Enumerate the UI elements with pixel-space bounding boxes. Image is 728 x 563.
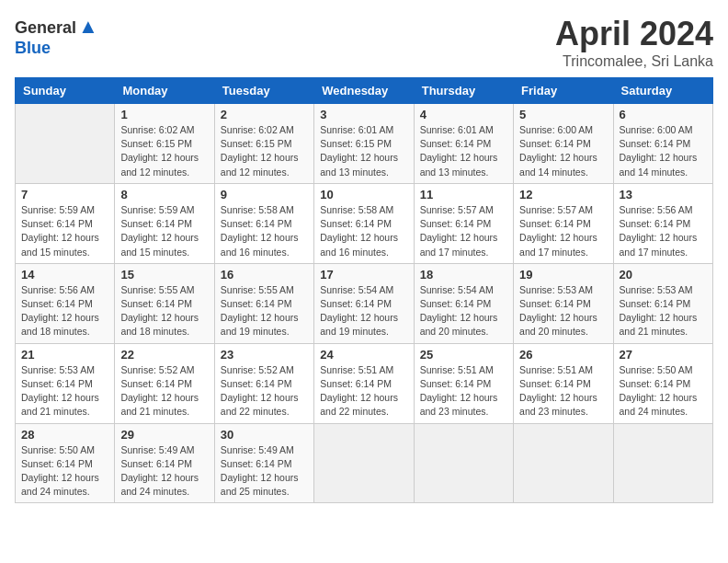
day-info: Sunrise: 5:56 AM Sunset: 6:14 PM Dayligh…: [620, 203, 707, 259]
day-number: 28: [21, 428, 108, 442]
calendar-table: SundayMondayTuesdayWednesdayThursdayFrid…: [15, 77, 713, 503]
day-info: Sunrise: 6:02 AM Sunset: 6:15 PM Dayligh…: [221, 123, 308, 179]
calendar-day-cell: 5Sunrise: 6:00 AM Sunset: 6:14 PM Daylig…: [514, 104, 613, 184]
day-number: 11: [420, 188, 507, 201]
day-info: Sunrise: 5:54 AM Sunset: 6:14 PM Dayligh…: [320, 283, 407, 339]
day-number: 25: [420, 348, 507, 362]
calendar-day-cell: 27Sunrise: 5:50 AM Sunset: 6:14 PM Dayli…: [613, 343, 712, 423]
location-subtitle: Trincomalee, Sri Lanka: [555, 53, 713, 70]
day-info: Sunrise: 5:51 AM Sunset: 6:14 PM Dayligh…: [519, 363, 607, 419]
day-number: 4: [420, 108, 507, 121]
day-number: 17: [320, 268, 407, 282]
calendar-day-cell: 25Sunrise: 5:51 AM Sunset: 6:14 PM Dayli…: [414, 343, 513, 423]
calendar-day-cell: 21Sunrise: 5:53 AM Sunset: 6:14 PM Dayli…: [16, 343, 115, 423]
calendar-body: 1Sunrise: 6:02 AM Sunset: 6:15 PM Daylig…: [16, 104, 713, 503]
calendar-day-cell: 13Sunrise: 5:56 AM Sunset: 6:14 PM Dayli…: [613, 183, 712, 263]
calendar-day-cell: 6Sunrise: 6:00 AM Sunset: 6:14 PM Daylig…: [613, 104, 712, 184]
calendar-day-cell: [414, 423, 513, 503]
calendar-day-cell: 26Sunrise: 5:51 AM Sunset: 6:14 PM Dayli…: [514, 343, 613, 423]
day-info: Sunrise: 5:59 AM Sunset: 6:14 PM Dayligh…: [21, 203, 108, 259]
day-info: Sunrise: 5:53 AM Sunset: 6:14 PM Dayligh…: [620, 283, 707, 339]
day-info: Sunrise: 5:57 AM Sunset: 6:14 PM Dayligh…: [420, 203, 507, 259]
day-number: 13: [620, 188, 707, 201]
calendar-day-cell: 17Sunrise: 5:54 AM Sunset: 6:14 PM Dayli…: [314, 263, 414, 343]
day-number: 2: [221, 108, 308, 121]
day-number: 7: [21, 188, 108, 201]
day-number: 22: [120, 348, 208, 362]
calendar-header-cell: Wednesday: [314, 78, 414, 104]
day-info: Sunrise: 6:01 AM Sunset: 6:14 PM Dayligh…: [420, 123, 507, 179]
month-title: April 2024: [555, 15, 713, 53]
logo-bird-icon: ▲: [78, 15, 98, 38]
day-number: 19: [519, 268, 607, 282]
calendar-day-cell: [16, 104, 115, 184]
day-info: Sunrise: 6:00 AM Sunset: 6:14 PM Dayligh…: [620, 123, 707, 179]
day-number: 21: [21, 348, 108, 362]
header: General▲ Blue April 2024 Trincomalee, Sr…: [15, 15, 713, 70]
calendar-day-cell: [613, 423, 712, 503]
logo: General▲ Blue: [15, 15, 98, 58]
day-info: Sunrise: 5:52 AM Sunset: 6:14 PM Dayligh…: [120, 363, 208, 419]
calendar-day-cell: 28Sunrise: 5:50 AM Sunset: 6:14 PM Dayli…: [16, 423, 115, 503]
calendar-header-cell: Sunday: [16, 78, 115, 104]
day-number: 20: [620, 268, 707, 282]
day-info: Sunrise: 5:49 AM Sunset: 6:14 PM Dayligh…: [221, 443, 308, 500]
calendar-header-cell: Thursday: [414, 78, 513, 104]
calendar-day-cell: 1Sunrise: 6:02 AM Sunset: 6:15 PM Daylig…: [115, 104, 214, 184]
day-number: 5: [519, 108, 607, 121]
day-number: 18: [420, 268, 507, 282]
calendar-day-cell: 16Sunrise: 5:55 AM Sunset: 6:14 PM Dayli…: [214, 263, 313, 343]
calendar-header-cell: Tuesday: [214, 78, 313, 104]
day-info: Sunrise: 5:52 AM Sunset: 6:14 PM Dayligh…: [221, 363, 308, 419]
calendar-day-cell: 9Sunrise: 5:58 AM Sunset: 6:14 PM Daylig…: [214, 183, 313, 263]
logo-blue-text: Blue: [15, 39, 51, 57]
day-number: 26: [519, 348, 607, 362]
title-area: April 2024 Trincomalee, Sri Lanka: [555, 15, 713, 70]
day-number: 24: [320, 348, 407, 362]
day-info: Sunrise: 5:51 AM Sunset: 6:14 PM Dayligh…: [420, 363, 507, 419]
day-number: 27: [620, 348, 707, 362]
day-info: Sunrise: 6:01 AM Sunset: 6:15 PM Dayligh…: [320, 123, 407, 179]
calendar-header-cell: Saturday: [613, 78, 712, 104]
day-info: Sunrise: 6:02 AM Sunset: 6:15 PM Dayligh…: [120, 123, 208, 179]
calendar-day-cell: 2Sunrise: 6:02 AM Sunset: 6:15 PM Daylig…: [214, 104, 313, 184]
day-info: Sunrise: 5:59 AM Sunset: 6:14 PM Dayligh…: [120, 203, 208, 259]
calendar-week-row: 7Sunrise: 5:59 AM Sunset: 6:14 PM Daylig…: [16, 183, 713, 263]
calendar-day-cell: [514, 423, 613, 503]
calendar-day-cell: 15Sunrise: 5:55 AM Sunset: 6:14 PM Dayli…: [115, 263, 214, 343]
day-info: Sunrise: 5:57 AM Sunset: 6:14 PM Dayligh…: [519, 203, 607, 259]
calendar-header-row: SundayMondayTuesdayWednesdayThursdayFrid…: [16, 78, 713, 104]
calendar-day-cell: 12Sunrise: 5:57 AM Sunset: 6:14 PM Dayli…: [514, 183, 613, 263]
day-number: 9: [221, 188, 308, 201]
calendar-day-cell: 7Sunrise: 5:59 AM Sunset: 6:14 PM Daylig…: [16, 183, 115, 263]
day-number: 23: [221, 348, 308, 362]
day-info: Sunrise: 5:58 AM Sunset: 6:14 PM Dayligh…: [221, 203, 308, 259]
day-info: Sunrise: 5:53 AM Sunset: 6:14 PM Dayligh…: [21, 363, 108, 419]
calendar-header-cell: Monday: [115, 78, 214, 104]
calendar-day-cell: 29Sunrise: 5:49 AM Sunset: 6:14 PM Dayli…: [115, 423, 214, 503]
day-number: 1: [120, 108, 208, 121]
day-number: 12: [519, 188, 607, 201]
calendar-day-cell: 10Sunrise: 5:58 AM Sunset: 6:14 PM Dayli…: [314, 183, 414, 263]
calendar-day-cell: [314, 423, 414, 503]
logo-general-text: General: [15, 18, 76, 37]
calendar-day-cell: 11Sunrise: 5:57 AM Sunset: 6:14 PM Dayli…: [414, 183, 513, 263]
calendar-week-row: 14Sunrise: 5:56 AM Sunset: 6:14 PM Dayli…: [16, 263, 713, 343]
calendar-day-cell: 22Sunrise: 5:52 AM Sunset: 6:14 PM Dayli…: [115, 343, 214, 423]
day-info: Sunrise: 5:55 AM Sunset: 6:14 PM Dayligh…: [120, 283, 208, 339]
day-number: 16: [221, 268, 308, 282]
day-number: 10: [320, 188, 407, 201]
day-info: Sunrise: 5:50 AM Sunset: 6:14 PM Dayligh…: [620, 363, 707, 419]
day-number: 29: [120, 428, 208, 442]
day-info: Sunrise: 5:54 AM Sunset: 6:14 PM Dayligh…: [420, 283, 507, 339]
calendar-day-cell: 4Sunrise: 6:01 AM Sunset: 6:14 PM Daylig…: [414, 104, 513, 184]
day-info: Sunrise: 6:00 AM Sunset: 6:14 PM Dayligh…: [519, 123, 607, 179]
day-number: 14: [21, 268, 108, 282]
calendar-day-cell: 24Sunrise: 5:51 AM Sunset: 6:14 PM Dayli…: [314, 343, 414, 423]
calendar-week-row: 21Sunrise: 5:53 AM Sunset: 6:14 PM Dayli…: [16, 343, 713, 423]
calendar-header-cell: Friday: [514, 78, 613, 104]
day-info: Sunrise: 5:56 AM Sunset: 6:14 PM Dayligh…: [21, 283, 108, 339]
calendar-day-cell: 18Sunrise: 5:54 AM Sunset: 6:14 PM Dayli…: [414, 263, 513, 343]
calendar-day-cell: 8Sunrise: 5:59 AM Sunset: 6:14 PM Daylig…: [115, 183, 214, 263]
day-info: Sunrise: 5:50 AM Sunset: 6:14 PM Dayligh…: [21, 443, 108, 500]
